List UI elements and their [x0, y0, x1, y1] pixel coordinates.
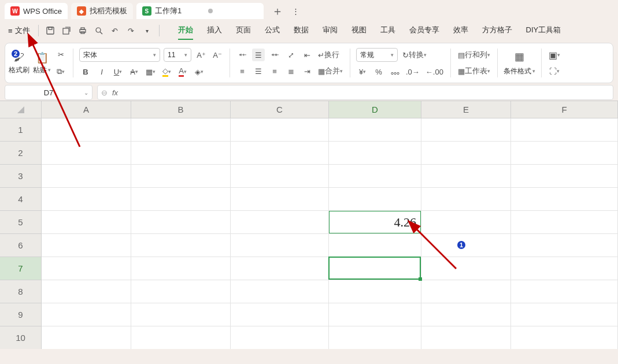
- cell-E10[interactable]: [421, 326, 511, 349]
- cell-B10[interactable]: [131, 326, 231, 349]
- cell-E8[interactable]: [421, 280, 511, 303]
- cell-C8[interactable]: [231, 280, 329, 303]
- row-header-3[interactable]: 3: [0, 165, 42, 188]
- cell-F2[interactable]: [511, 142, 618, 165]
- increase-font-icon[interactable]: A⁺: [195, 49, 208, 61]
- cell-A6[interactable]: [42, 234, 131, 257]
- ribbon-tab-review[interactable]: 审阅: [323, 21, 338, 40]
- cell-A9[interactable]: [42, 303, 131, 326]
- align-bottom-icon[interactable]: ⬵: [268, 49, 281, 61]
- italic-icon[interactable]: I: [95, 65, 108, 78]
- clear-format-icon[interactable]: ◈▾: [193, 65, 205, 78]
- undo-icon[interactable]: ↶: [108, 24, 122, 38]
- row-headers[interactable]: 12345678910: [0, 118, 42, 349]
- cell-B7[interactable]: [131, 257, 231, 280]
- cell-E4[interactable]: [421, 188, 511, 211]
- underline-icon[interactable]: U▾: [112, 65, 124, 78]
- tab-workbook[interactable]: S 工作簿1: [136, 3, 264, 19]
- tab-menu-dropdown[interactable]: ⋮: [289, 4, 303, 18]
- percent-icon[interactable]: %: [372, 65, 385, 78]
- new-tab-button[interactable]: ＋: [269, 3, 286, 19]
- cell-F5[interactable]: [511, 211, 618, 234]
- currency-icon[interactable]: ¥▾: [356, 65, 369, 78]
- ribbon-tab-diy[interactable]: DIY工具箱: [526, 21, 561, 40]
- row-header-7[interactable]: 7: [0, 257, 42, 280]
- col-header-F[interactable]: F: [511, 101, 618, 118]
- cell-E1[interactable]: [421, 118, 511, 142]
- merge-cells-button[interactable]: ▦合并▾: [317, 65, 344, 77]
- row-header-5[interactable]: 5: [0, 211, 42, 234]
- redo-icon[interactable]: ↷: [124, 24, 138, 38]
- cell-C6[interactable]: [231, 234, 329, 257]
- font-name-select[interactable]: 宋体▾: [79, 48, 160, 62]
- cell-A8[interactable]: [42, 280, 131, 303]
- cell-D2[interactable]: [329, 142, 421, 165]
- cell-F6[interactable]: [511, 234, 618, 257]
- cell-C2[interactable]: [231, 142, 329, 165]
- fx-icon[interactable]: fx: [112, 88, 118, 97]
- print-preview-icon[interactable]: [92, 24, 106, 38]
- cond-format-button[interactable]: 条件格式▾: [504, 66, 535, 76]
- cell-C4[interactable]: [231, 188, 329, 211]
- cell-B4[interactable]: [131, 188, 231, 211]
- cell-B5[interactable]: [131, 211, 231, 234]
- ribbon-tab-page[interactable]: 页面: [236, 21, 251, 40]
- font-color-icon[interactable]: A▾: [176, 65, 189, 78]
- cell-F7[interactable]: [511, 257, 618, 280]
- cell-D3[interactable]: [329, 165, 421, 188]
- cell-B8[interactable]: [131, 280, 231, 303]
- cell-F1[interactable]: [511, 118, 618, 142]
- cell-format-icon[interactable]: ▣▾: [547, 49, 561, 61]
- row-header-8[interactable]: 8: [0, 280, 42, 303]
- ribbon-tab-member[interactable]: 会员专享: [409, 21, 439, 40]
- indent-increase-icon[interactable]: ⇥: [301, 65, 313, 77]
- worksheet-button[interactable]: ▦ 工作表▾: [457, 65, 491, 77]
- cell-D1[interactable]: [329, 118, 421, 142]
- cells-area[interactable]: 4.26: [42, 118, 618, 349]
- ribbon-tab-start[interactable]: 开始: [178, 21, 193, 40]
- ribbon-tab-tools[interactable]: 工具: [380, 21, 395, 40]
- table-style-icon[interactable]: ▦: [513, 50, 526, 63]
- cell-C7[interactable]: [231, 257, 329, 280]
- cell-A4[interactable]: [42, 188, 131, 211]
- justify-icon[interactable]: ≣: [284, 65, 297, 77]
- cell-F10[interactable]: [511, 326, 618, 349]
- cell-E3[interactable]: [421, 165, 511, 188]
- decrease-decimal-icon[interactable]: .0→: [405, 65, 421, 78]
- fill-color-icon[interactable]: ◇▾: [160, 65, 173, 78]
- ribbon-tab-formula[interactable]: 公式: [265, 21, 280, 40]
- convert-button[interactable]: ↻转换▾: [401, 49, 428, 61]
- qat-dropdown[interactable]: ▾: [140, 24, 154, 38]
- ribbon-tab-data[interactable]: 数据: [294, 21, 309, 40]
- align-left-icon[interactable]: ≡: [236, 65, 249, 77]
- ribbon-tab-efficiency[interactable]: 效率: [453, 21, 468, 40]
- font-size-select[interactable]: 11▾: [164, 48, 191, 62]
- cell-B6[interactable]: [131, 234, 231, 257]
- align-top-icon[interactable]: ⬴: [236, 49, 249, 61]
- cell-D4[interactable]: [329, 188, 421, 211]
- row-header-4[interactable]: 4: [0, 188, 42, 211]
- col-header-E[interactable]: E: [421, 101, 511, 118]
- tab-wps-office[interactable]: W WPS Office: [5, 3, 68, 19]
- align-center-icon[interactable]: ☰: [252, 65, 265, 77]
- ribbon-tab-fanggezi[interactable]: 方方格子: [482, 21, 512, 40]
- cell-C5[interactable]: [231, 211, 329, 234]
- row-header-6[interactable]: 6: [0, 234, 42, 257]
- comma-icon[interactable]: ₒₒₒ: [388, 65, 401, 78]
- align-right-icon[interactable]: ≡: [268, 65, 281, 77]
- col-header-C[interactable]: C: [231, 101, 329, 118]
- cell-B3[interactable]: [131, 165, 231, 188]
- cell-E9[interactable]: [421, 303, 511, 326]
- align-middle-icon[interactable]: ☰: [252, 49, 265, 61]
- row-header-10[interactable]: 10: [0, 326, 42, 349]
- cell-D8[interactable]: [329, 280, 421, 303]
- ribbon-tab-view[interactable]: 视图: [351, 21, 367, 40]
- cell-C10[interactable]: [231, 326, 329, 349]
- cell-A5[interactable]: [42, 211, 131, 234]
- row-header-9[interactable]: 9: [0, 303, 42, 326]
- cell-C1[interactable]: [231, 118, 329, 142]
- increase-decimal-icon[interactable]: ←.00: [424, 65, 445, 78]
- cell-F3[interactable]: [511, 165, 618, 188]
- cell-C9[interactable]: [231, 303, 329, 326]
- spreadsheet-grid[interactable]: ABCDEF 12345678910 4.26 1: [0, 101, 618, 349]
